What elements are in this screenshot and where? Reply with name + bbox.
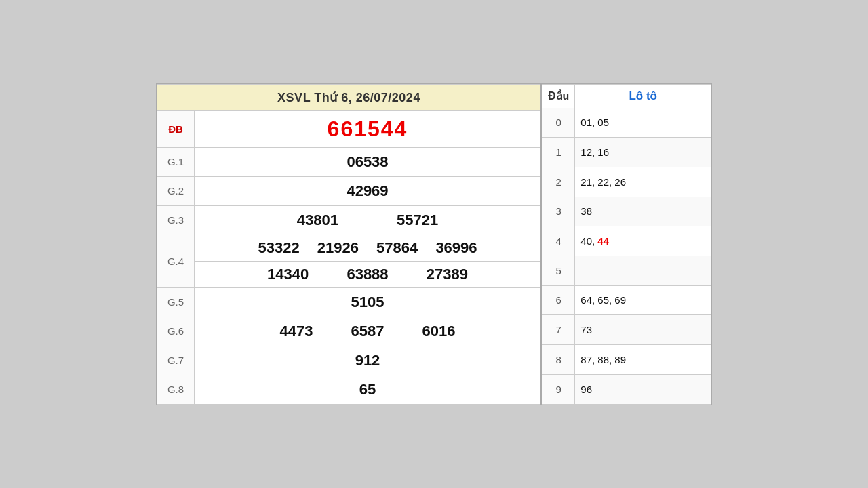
g6-numbers: 4473 6587 6016 <box>195 317 542 346</box>
g6-row: G.6 4473 6587 6016 <box>157 317 542 346</box>
g7-label: G.7 <box>157 346 195 375</box>
loto-numbers: 96 <box>575 374 711 404</box>
prize-table: XSVL Thứ 6, 26/07/2024 ĐB 661544 G.1 065… <box>157 84 542 405</box>
loto-row: 001, 05 <box>542 108 711 138</box>
loto-dau: 8 <box>542 345 575 375</box>
g4-r2n1: 14340 <box>267 266 309 283</box>
loto-row: 338 <box>542 197 711 226</box>
loto-dau: 5 <box>542 256 575 285</box>
loto-header-dau: Đầu <box>542 84 575 108</box>
g1-number: 06538 <box>195 147 542 176</box>
db-row: ĐB 661544 <box>157 110 542 147</box>
g4-r2n3: 27389 <box>427 266 468 283</box>
loto-row: 664, 65, 69 <box>542 285 711 315</box>
loto-dau: 0 <box>542 108 575 138</box>
loto-row: 5 <box>542 256 711 285</box>
g4-r1n4: 36996 <box>435 239 477 256</box>
loto-numbers: 01, 05 <box>575 108 711 138</box>
g7-number: 912 <box>195 346 542 375</box>
loto-dau: 2 <box>542 167 575 197</box>
loto-numbers: 64, 65, 69 <box>575 285 711 315</box>
g3-label: G.3 <box>157 205 195 235</box>
g2-number: 42969 <box>195 176 542 205</box>
g2-row: G.2 42969 <box>157 176 542 205</box>
g4-r1n1: 53322 <box>258 239 299 256</box>
g4-r1n3: 57864 <box>376 239 418 256</box>
table-title: XSVL Thứ 6, 26/07/2024 <box>157 84 542 110</box>
loto-numbers: 38 <box>575 197 711 226</box>
loto-numbers: 73 <box>575 315 711 345</box>
loto-dau: 9 <box>542 374 575 404</box>
loto-numbers: 40, 44 <box>575 226 711 256</box>
loto-dau: 1 <box>542 138 575 167</box>
loto-row: 112, 16 <box>542 138 711 167</box>
loto-dau: 7 <box>542 315 575 345</box>
g4-r1n2: 21926 <box>317 239 359 256</box>
g3-row: G.3 43801 55721 <box>157 205 542 235</box>
loto-row: 221, 22, 26 <box>542 167 711 197</box>
loto-dau: 4 <box>542 226 575 256</box>
g5-row: G.5 5105 <box>157 287 542 317</box>
g4-row1: 53322 21926 57864 36996 <box>195 235 542 261</box>
g5-number: 5105 <box>195 287 542 317</box>
loto-table: Đầu Lô tô 001, 05112, 16221, 22, 2633844… <box>542 84 711 405</box>
loto-numbers: 12, 16 <box>575 138 711 167</box>
g7-row: G.7 912 <box>157 346 542 375</box>
g6-n1: 4473 <box>279 323 313 340</box>
loto-numbers: 21, 22, 26 <box>575 167 711 197</box>
loto-number: 44 <box>597 235 609 247</box>
loto-header-loto: Lô tô <box>575 84 711 108</box>
g3-numbers: 43801 55721 <box>195 205 542 235</box>
g8-number: 65 <box>195 375 542 404</box>
g1-row: G.1 06538 <box>157 147 542 176</box>
db-number: 661544 <box>195 110 542 147</box>
loto-row: 887, 88, 89 <box>542 345 711 375</box>
loto-number: 40 <box>580 235 592 247</box>
g3-num1: 43801 <box>297 211 338 228</box>
g4-row2: 14340 63888 27389 <box>157 261 542 287</box>
g2-label: G.2 <box>157 176 195 205</box>
loto-header-row: Đầu Lô tô <box>542 84 711 108</box>
g4-row: G.4 53322 21926 57864 36996 <box>157 235 542 261</box>
loto-dau: 6 <box>542 285 575 315</box>
db-label: ĐB <box>157 110 195 147</box>
main-container: XSVL Thứ 6, 26/07/2024 ĐB 661544 G.1 065… <box>156 83 712 405</box>
g4-label: G.4 <box>157 235 195 287</box>
g4-row2-nums: 14340 63888 27389 <box>195 261 542 287</box>
loto-row: 996 <box>542 374 711 404</box>
g6-label: G.6 <box>157 317 195 346</box>
g3-num2: 55721 <box>397 211 438 228</box>
loto-row: 440, 44 <box>542 226 711 256</box>
g5-label: G.5 <box>157 287 195 317</box>
loto-dau: 3 <box>542 197 575 226</box>
loto-row: 773 <box>542 315 711 345</box>
loto-numbers: 87, 88, 89 <box>575 345 711 375</box>
g8-label: G.8 <box>157 375 195 404</box>
g1-label: G.1 <box>157 147 195 176</box>
g4-r2n2: 63888 <box>347 266 388 283</box>
g6-n2: 6587 <box>351 323 384 340</box>
g6-n3: 6016 <box>422 323 456 340</box>
loto-numbers <box>575 256 711 285</box>
g8-row: G.8 65 <box>157 375 542 404</box>
